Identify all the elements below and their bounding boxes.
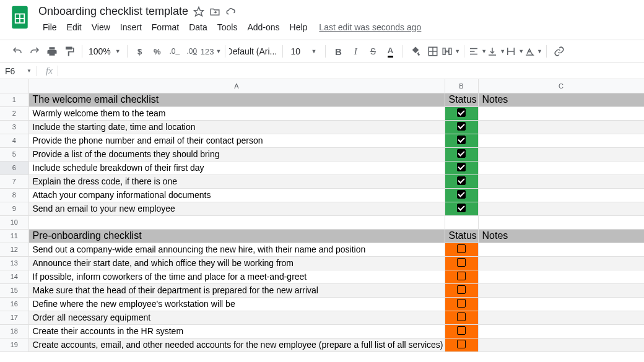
name-box[interactable]: F6▼ bbox=[0, 66, 37, 76]
checkbox-icon[interactable] bbox=[457, 258, 466, 267]
row-header[interactable]: 3 bbox=[0, 120, 28, 134]
checklist-item-cell[interactable]: Explain the dress code, if there is one bbox=[28, 175, 445, 188]
row-header[interactable]: 12 bbox=[0, 243, 28, 256]
checkbox-icon[interactable] bbox=[457, 176, 466, 185]
format-currency-button[interactable]: $ bbox=[131, 43, 149, 60]
checklist-item-cell[interactable]: If possible, inform coworkers of the tim… bbox=[28, 270, 445, 283]
status-cell[interactable] bbox=[445, 175, 478, 188]
column-header-B[interactable]: B bbox=[445, 79, 478, 93]
checklist-item-cell[interactable]: Send out a company-wide email announcing… bbox=[28, 243, 445, 256]
row-header[interactable]: 1 bbox=[0, 93, 28, 106]
checkbox-icon[interactable] bbox=[457, 190, 466, 199]
bold-button[interactable]: B bbox=[329, 43, 347, 60]
status-cell[interactable] bbox=[445, 297, 478, 311]
checkbox-icon[interactable] bbox=[457, 149, 466, 158]
redo-button[interactable] bbox=[26, 43, 43, 60]
notes-cell[interactable] bbox=[478, 338, 644, 351]
checklist-item-cell[interactable]: Create their accounts in the HR system bbox=[28, 324, 445, 338]
checkbox-icon[interactable] bbox=[457, 312, 466, 321]
star-icon[interactable] bbox=[193, 6, 204, 17]
menu-edit[interactable]: Edit bbox=[63, 20, 86, 35]
column-header-C[interactable]: C bbox=[478, 79, 644, 93]
menu-tools[interactable]: Tools bbox=[213, 20, 242, 35]
status-cell[interactable] bbox=[445, 338, 478, 351]
checkbox-icon[interactable] bbox=[457, 204, 466, 212]
notes-cell[interactable] bbox=[478, 283, 644, 297]
checkbox-icon[interactable] bbox=[457, 326, 466, 335]
notes-cell[interactable] bbox=[478, 270, 644, 283]
move-folder-icon[interactable] bbox=[209, 6, 220, 17]
checklist-item-cell[interactable]: Announce their start date, and which off… bbox=[28, 256, 445, 270]
section-status-header[interactable]: Status bbox=[445, 229, 478, 243]
checklist-item-cell[interactable]: Attach your company informational docume… bbox=[28, 188, 445, 202]
status-cell[interactable] bbox=[445, 134, 478, 147]
increase-decimal-button[interactable]: .00 bbox=[183, 43, 201, 60]
status-cell[interactable] bbox=[445, 188, 478, 202]
checkbox-icon[interactable] bbox=[457, 163, 466, 171]
status-cell[interactable] bbox=[445, 311, 478, 324]
row-header[interactable]: 2 bbox=[0, 106, 28, 120]
strikethrough-button[interactable]: S bbox=[364, 43, 381, 60]
paint-format-button[interactable] bbox=[61, 43, 78, 60]
vertical-align-button[interactable]: ▼ bbox=[487, 43, 505, 60]
section-notes-header[interactable]: Notes bbox=[478, 229, 644, 243]
checkbox-icon[interactable] bbox=[457, 285, 466, 294]
row-header[interactable]: 14 bbox=[0, 270, 28, 283]
checkbox-icon[interactable] bbox=[457, 299, 466, 308]
menu-view[interactable]: View bbox=[87, 20, 115, 35]
checklist-item-cell[interactable]: Send an email to your new employee bbox=[28, 202, 445, 215]
more-formats-dropdown[interactable]: 123▼ bbox=[201, 43, 222, 60]
sheets-logo[interactable] bbox=[7, 5, 32, 30]
row-header[interactable]: 19 bbox=[0, 338, 28, 351]
checklist-item-cell[interactable]: Provide the phone number and email of th… bbox=[28, 134, 445, 147]
notes-cell[interactable] bbox=[478, 188, 644, 202]
notes-cell[interactable] bbox=[478, 106, 644, 120]
checkbox-icon[interactable] bbox=[457, 108, 466, 117]
cloud-status-icon[interactable] bbox=[225, 6, 237, 17]
row-header[interactable]: 15 bbox=[0, 283, 28, 297]
checkbox-icon[interactable] bbox=[457, 244, 466, 253]
checklist-item-cell[interactable]: Create accounts, email, and other needed… bbox=[28, 338, 445, 351]
text-wrap-button[interactable]: ▼ bbox=[505, 43, 524, 60]
status-cell[interactable] bbox=[445, 106, 478, 120]
format-percent-button[interactable]: % bbox=[149, 43, 166, 60]
text-rotation-button[interactable]: ▼ bbox=[524, 43, 542, 60]
checkbox-icon[interactable] bbox=[457, 272, 466, 280]
row-header[interactable]: 16 bbox=[0, 297, 28, 311]
checklist-item-cell[interactable]: Make sure that the head of their departm… bbox=[28, 283, 445, 297]
menu-data[interactable]: Data bbox=[185, 20, 212, 35]
status-cell[interactable] bbox=[445, 161, 478, 175]
row-header[interactable]: 17 bbox=[0, 311, 28, 324]
section-title-cell[interactable]: The welcome email checklist bbox=[28, 93, 445, 106]
status-cell[interactable] bbox=[445, 243, 478, 256]
notes-cell[interactable] bbox=[478, 324, 644, 338]
notes-cell[interactable] bbox=[478, 134, 644, 147]
menu-file[interactable]: File bbox=[38, 20, 61, 35]
notes-cell[interactable] bbox=[478, 256, 644, 270]
status-cell[interactable] bbox=[445, 283, 478, 297]
notes-cell[interactable] bbox=[478, 147, 644, 161]
insert-link-button[interactable] bbox=[550, 43, 568, 60]
row-header[interactable]: 13 bbox=[0, 256, 28, 270]
status-cell[interactable] bbox=[445, 270, 478, 283]
font-size-caret[interactable]: ▼ bbox=[304, 43, 321, 60]
text-color-button[interactable]: A bbox=[381, 43, 399, 60]
checklist-item-cell[interactable]: Include the starting date, time and loca… bbox=[28, 120, 445, 134]
notes-cell[interactable] bbox=[478, 161, 644, 175]
menu-help[interactable]: Help bbox=[285, 20, 312, 35]
status-cell[interactable] bbox=[445, 256, 478, 270]
fill-color-button[interactable] bbox=[407, 43, 424, 60]
last-edit-link[interactable]: Last edit was seconds ago bbox=[319, 22, 421, 32]
row-header[interactable]: 4 bbox=[0, 134, 28, 147]
empty-cell[interactable] bbox=[445, 215, 478, 229]
row-header[interactable]: 11 bbox=[0, 229, 28, 243]
zoom-dropdown[interactable]: 100%▼ bbox=[86, 43, 123, 60]
print-button[interactable] bbox=[43, 43, 61, 60]
font-size-dropdown[interactable]: 10 bbox=[287, 43, 304, 60]
decrease-decimal-button[interactable]: .0_ bbox=[166, 43, 183, 60]
font-family-dropdown[interactable]: Default (Ari...▼ bbox=[229, 43, 279, 60]
undo-button[interactable] bbox=[9, 43, 26, 60]
row-header[interactable]: 9 bbox=[0, 202, 28, 215]
row-header[interactable]: 8 bbox=[0, 188, 28, 202]
notes-cell[interactable] bbox=[478, 202, 644, 215]
